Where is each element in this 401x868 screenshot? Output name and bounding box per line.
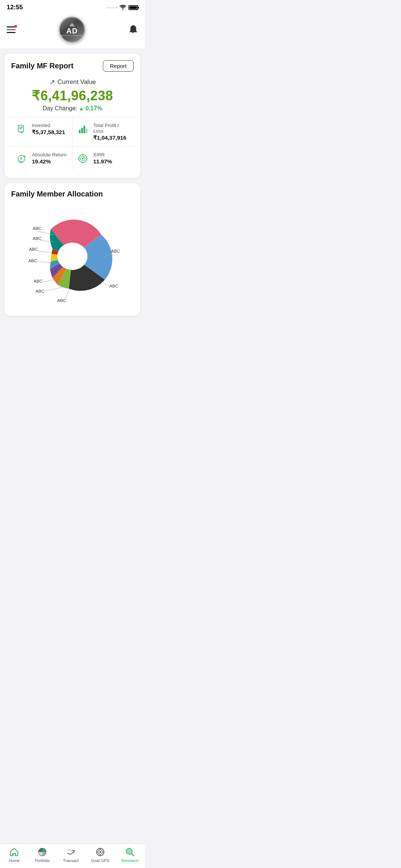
app-header: AD WITH YOU FOREVER	[0, 13, 145, 48]
current-value-label: ↗ Current Value	[11, 78, 134, 87]
up-triangle-icon: ▲	[79, 105, 84, 111]
absolute-return-label: Absolute Return	[32, 152, 66, 157]
allocation-card: Family Member Allocation	[4, 183, 140, 316]
menu-line	[7, 32, 16, 33]
svg-rect-7	[84, 126, 85, 133]
trend-up-icon: ↗	[49, 78, 55, 87]
invested-label: Invested	[32, 123, 65, 128]
svg-rect-5	[79, 130, 80, 133]
absolute-return-info: Absolute Return 19.42%	[32, 152, 66, 165]
stat-absolute-return: ₹ Absolute Return 19.42%	[11, 146, 72, 170]
svg-text:ABC: ABC	[29, 247, 38, 251]
mf-report-title: Family MF Report	[11, 62, 74, 70]
donut-chart-area: ABC ABC ABC ABC ABC ABC ABC ABC	[11, 204, 134, 308]
notification-bell-icon[interactable]	[128, 25, 138, 35]
svg-line-27	[37, 262, 51, 263]
app-logo: AD WITH YOU FOREVER	[59, 16, 85, 43]
svg-text:ABC: ABC	[28, 259, 37, 263]
svg-rect-6	[81, 128, 83, 133]
stats-grid: Invested ₹5,37,58,321 Total Profit / Los…	[11, 117, 134, 170]
svg-line-31	[44, 287, 63, 292]
svg-rect-8	[86, 129, 87, 133]
stat-profit-loss: Total Profit / Loss ₹1,04,37,916	[72, 117, 134, 146]
page-content: Family MF Report Report ↗ Current Value …	[0, 48, 145, 356]
day-change-value: 0.17%	[85, 105, 102, 112]
profit-loss-value: ₹1,04,37,916	[93, 134, 130, 141]
stat-invested: Invested ₹5,37,58,321	[11, 117, 72, 146]
profit-loss-icon	[76, 123, 89, 136]
xirr-label: XIRR	[93, 152, 112, 157]
menu-notification-dot	[14, 25, 17, 28]
svg-point-19	[57, 243, 88, 270]
signal-dots-icon	[107, 7, 117, 9]
svg-text:ABC: ABC	[33, 226, 42, 231]
wifi-icon	[120, 5, 126, 10]
svg-text:ABC: ABC	[36, 289, 45, 293]
svg-line-25	[37, 251, 52, 253]
invested-value: ₹5,37,58,321	[32, 129, 65, 136]
invested-icon	[15, 123, 28, 136]
current-value-amount: ₹6,41,96,238	[11, 88, 134, 104]
svg-text:ABC: ABC	[111, 248, 120, 253]
invested-info: Invested ₹5,37,58,321	[32, 123, 65, 136]
status-bar: 12:55	[0, 0, 145, 13]
svg-rect-0	[18, 125, 23, 132]
day-change: Day Change: ▲ 0.17%	[11, 105, 134, 112]
mf-report-card: Family MF Report Report ↗ Current Value …	[4, 53, 140, 178]
donut-chart: ABC ABC ABC ABC ABC ABC ABC ABC	[11, 206, 134, 306]
menu-line	[7, 29, 16, 30]
absolute-return-icon: ₹	[15, 152, 28, 165]
status-icons	[107, 5, 138, 10]
card-header: Family MF Report Report	[11, 60, 134, 72]
allocation-title: Family Member Allocation	[11, 190, 134, 198]
svg-line-37	[101, 282, 109, 286]
profit-loss-label: Total Profit / Loss	[93, 123, 130, 134]
report-button[interactable]: Report	[103, 60, 134, 72]
svg-text:ABC: ABC	[34, 279, 43, 283]
svg-text:ABC: ABC	[110, 283, 118, 288]
current-value-section: ↗ Current Value ₹6,41,96,238 Day Change:…	[11, 78, 134, 112]
xirr-icon	[76, 152, 89, 165]
absolute-return-value: 19.42%	[32, 158, 66, 165]
svg-text:ABC: ABC	[33, 236, 42, 241]
status-time: 12:55	[7, 4, 23, 11]
stat-xirr: XIRR 11.97%	[72, 146, 134, 170]
menu-button[interactable]	[7, 26, 16, 33]
svg-text:₹: ₹	[20, 157, 22, 161]
svg-line-29	[43, 280, 53, 282]
battery-icon	[128, 5, 138, 10]
xirr-value: 11.97%	[93, 158, 112, 165]
svg-line-33	[65, 289, 70, 300]
xirr-info: XIRR 11.97%	[93, 152, 112, 165]
bottom-spacer	[4, 321, 140, 351]
profit-loss-info: Total Profit / Loss ₹1,04,37,916	[93, 123, 130, 141]
